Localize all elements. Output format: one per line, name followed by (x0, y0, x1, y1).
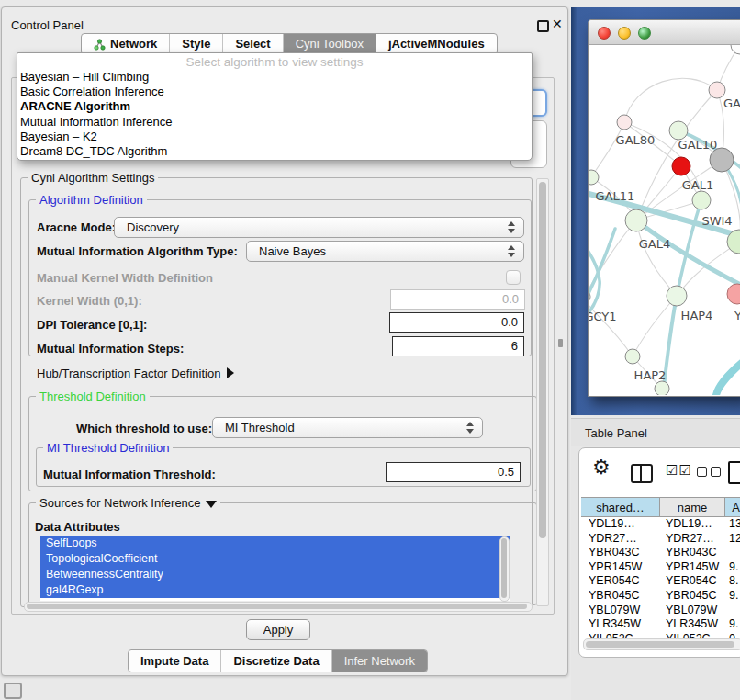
node-gal80[interactable] (617, 115, 632, 130)
label-hap2: HAP2 (634, 368, 667, 382)
column-header-shared-name[interactable]: shared… (581, 497, 660, 517)
mi-steps-input[interactable]: 6 (392, 336, 524, 356)
algorithm-option[interactable]: Bayesian – Hill Climbing (17, 70, 532, 85)
node-hap4[interactable] (667, 286, 687, 306)
network-graph: GAL GAL80 GAL10 GAL1 GAL11 SWI4 GAL4 GCY… (589, 45, 740, 395)
sources-collapse-toggle[interactable]: Sources for Network Inference (36, 496, 220, 510)
algorithm-option[interactable]: Dream8 DC_TDC Algorithm (17, 144, 532, 159)
table-row[interactable]: YBR045CYBR045C9. (581, 589, 740, 604)
tab-select[interactable]: Select (222, 34, 282, 54)
node-salmon-partial[interactable] (727, 284, 740, 304)
node-gal1[interactable] (692, 191, 711, 209)
attribute-list-item[interactable]: BetweennessCentrality (40, 567, 510, 582)
mi-steps-label: Mutual Information Steps: (37, 342, 184, 356)
tab-infer-network[interactable]: Infer Network (331, 650, 427, 672)
node-red-selected[interactable] (672, 157, 690, 175)
tab-style[interactable]: Style (169, 34, 222, 54)
node-hap2[interactable] (625, 349, 640, 364)
table-row[interactable]: YIL052CYIL052C0. (581, 632, 740, 638)
hub-definition-label: Hub/Transcription Factor Definition (37, 367, 220, 380)
tab-style-label: Style (182, 34, 210, 54)
aracne-mode-select[interactable]: Discovery (114, 217, 524, 238)
data-attributes-list[interactable]: SelfLoopsTopologicalCoefficientBetweenne… (40, 536, 510, 601)
which-threshold-select[interactable]: MI Threshold (212, 417, 483, 438)
deselect-all-columns-icon[interactable] (697, 467, 721, 477)
select-all-columns-icon[interactable]: ☑☑ (666, 464, 692, 478)
table-row[interactable]: YDL19…YDL19…13 (581, 517, 740, 532)
minimize-window-icon[interactable] (618, 27, 631, 40)
table-cell: YBR045C (589, 589, 640, 604)
column-header-name[interactable]: name (660, 497, 725, 517)
bottom-tabbar: Impute Data Discretize Data Infer Networ… (128, 649, 428, 672)
node-bottom-partial[interactable] (655, 381, 669, 395)
settings-vscrollbar[interactable] (536, 178, 549, 606)
control-panel-title: Control Panel (11, 18, 84, 32)
attribute-list-item[interactable]: gal4RGexp (40, 582, 510, 598)
which-threshold-label: Which threshold to use: (76, 422, 212, 435)
table-row[interactable]: YLR345WYLR345W9. (581, 617, 740, 632)
attributes-scrollbar[interactable] (499, 536, 510, 602)
table-row[interactable]: YDR27…YDR27…12 (581, 532, 740, 547)
tab-impute-data[interactable]: Impute Data (129, 650, 220, 672)
table-cell: 8. (729, 574, 738, 589)
attribute-list-item[interactable]: SelfLoops (40, 536, 510, 551)
stepper-arrows-icon (508, 244, 516, 258)
algorithm-option[interactable]: Mutual Information Inference (17, 115, 532, 130)
table-settings-gear-icon[interactable]: ⚙ (592, 457, 611, 478)
network-window-titlebar[interactable] (589, 20, 740, 45)
hub-definition-toggle[interactable]: Hub/Transcription Factor Definition (37, 367, 234, 380)
network-canvas[interactable]: GAL GAL80 GAL10 GAL1 GAL11 SWI4 GAL4 GCY… (589, 45, 740, 395)
tab-network[interactable]: Network (82, 34, 169, 54)
tab-discretize-label: Discretize Data (233, 651, 319, 672)
table-cell: YDL19… (666, 517, 712, 532)
dpi-tolerance-label: DPI Tolerance [0,1]: (37, 318, 147, 332)
tab-discretize-data[interactable]: Discretize Data (220, 650, 331, 672)
label-gal11: GAL11 (596, 189, 635, 203)
attribute-list-item[interactable]: TopologicalCoefficient (40, 551, 510, 567)
group-threshold-title: Threshold Definition (36, 390, 150, 403)
node-top-partial[interactable] (731, 45, 740, 54)
table-row[interactable]: YBL079WYBL079W (581, 604, 740, 618)
tab-cyni-toolbox[interactable]: Cyni Toolbox (283, 34, 376, 54)
network-view-window[interactable]: GAL GAL80 GAL10 GAL1 GAL11 SWI4 GAL4 GCY… (588, 19, 740, 397)
settings-hscrollbar[interactable] (24, 602, 533, 612)
label-y-partial: Y (734, 309, 740, 322)
mi-type-select[interactable]: Naive Bayes (246, 241, 524, 262)
table-row[interactable]: YBR043CYBR043C (581, 546, 740, 560)
tab-jactivemnodules[interactable]: jActiveMNodules (376, 34, 497, 54)
float-window-icon[interactable] (537, 20, 549, 32)
close-window-icon[interactable] (598, 27, 611, 40)
mi-type-label: Mutual Information Algorithm Type: (37, 244, 238, 258)
manual-kernel-checkbox[interactable] (506, 270, 521, 285)
minimized-panel-icon[interactable] (4, 683, 22, 699)
algorithm-option[interactable]: Basic Correlation Inference (17, 85, 532, 99)
mi-threshold-input[interactable]: 0.5 (386, 462, 521, 482)
stepper-arrows-icon (466, 421, 475, 435)
tab-cyni-toolbox-label: Cyni Toolbox (296, 34, 364, 54)
which-threshold-value: MI Threshold (225, 421, 295, 435)
column-layout-icon[interactable] (631, 464, 653, 483)
table-cell: YBR045C (666, 589, 717, 604)
apply-button[interactable]: Apply (246, 619, 310, 640)
table-row[interactable]: YER054CYER054C8. (581, 574, 740, 589)
table-cell: YBL079W (666, 604, 717, 618)
kernel-width-input[interactable]: 0.0 (390, 289, 525, 310)
table-cell: YIL052C (589, 632, 633, 638)
node-gal10[interactable] (669, 121, 688, 140)
zoom-window-icon[interactable] (638, 27, 651, 40)
table-row[interactable]: YPR145WYPR145W9. (581, 560, 740, 575)
dpi-tolerance-input[interactable]: 0.0 (389, 312, 524, 333)
close-panel-icon[interactable]: ✕ (552, 17, 563, 31)
table-hscrollbar[interactable] (583, 638, 740, 650)
algorithm-option[interactable]: ARACNE Algorithm (17, 99, 532, 114)
table-cell: YIL052C (666, 632, 711, 638)
node-gal4[interactable] (625, 209, 647, 231)
label-gal80: GAL80 (616, 133, 656, 147)
panel-splitter-handle[interactable] (558, 339, 563, 347)
algorithm-option[interactable]: Bayesian – K2 (17, 130, 532, 144)
node-gal11[interactable] (589, 170, 599, 185)
column-header-partial[interactable]: A (725, 497, 740, 517)
sources-title: Sources for Network Inference (39, 496, 201, 510)
export-table-icon[interactable] (728, 461, 740, 484)
table-cell: 13 (729, 517, 740, 532)
